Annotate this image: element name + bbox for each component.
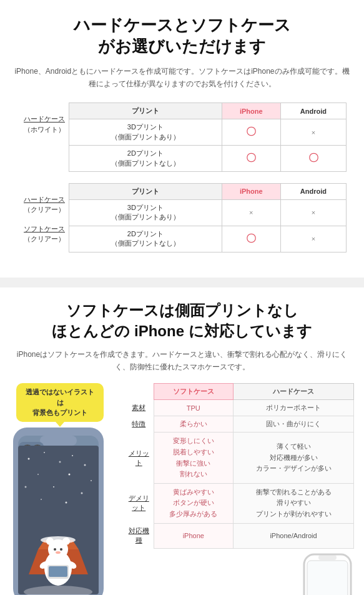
svg-point-28 [54, 548, 56, 551]
table2-row1-iphone: × [222, 199, 280, 226]
table-row: 3Dプリント（側面プリントあり） 〇 × [69, 119, 347, 146]
table2-row2-android: × [280, 226, 346, 252]
table1-row1-android: × [280, 119, 346, 146]
table1-col-android: Android [280, 103, 346, 119]
table2-row1-android: × [280, 199, 346, 226]
comparison-table-wrap: ソフトケース ハードケース 素材 TPU ポリカーボネート 特徴 柔らかい [125, 383, 354, 595]
svg-point-14 [69, 473, 71, 475]
speech-bubble-top-wrapper: 透過ではないイラストは 背景色もプリント [10, 383, 119, 422]
table2-wrapper: ハードケース （クリアー） ソフトケース （クリアー） プリント iPhone … [17, 183, 347, 252]
table-row: 2Dプリント（側面プリントなし） 〇 〇 [69, 146, 347, 172]
table2-side-labels: ハードケース （クリアー） ソフトケース （クリアー） [17, 183, 69, 244]
phone-body [10, 424, 119, 595]
empty-header-cell [125, 384, 154, 400]
svg-point-15 [91, 480, 92, 481]
svg-rect-2 [40, 436, 77, 446]
svg-point-10 [59, 461, 61, 462]
row-label-models: 対応機種 [125, 523, 154, 548]
svg-point-16 [25, 486, 27, 488]
svg-point-26 [46, 538, 54, 545]
svg-point-27 [62, 538, 70, 545]
table2-row1-print: 3Dプリント（側面プリントあり） [69, 199, 222, 226]
svg-point-29 [60, 548, 62, 551]
clear-phone-area [125, 551, 354, 595]
table2-row2-iphone: 〇 [222, 226, 280, 252]
cell-hard-feature: 固い・曲がりにく [234, 416, 354, 432]
col-hard: ハードケース [234, 384, 354, 400]
table1-col-print: プリント [69, 103, 222, 119]
svg-point-30 [56, 551, 61, 554]
main-subtitle: iPhone、Androidともにハードケースを作成可能です。ソフトケースはiP… [12, 65, 352, 91]
col-soft: ソフトケース [154, 384, 234, 400]
table1-row2-print: 2Dプリント（側面プリントなし） [69, 146, 222, 172]
cell-soft-merit: 変形しにくい脱着しやすい衝撃に強い割れない [154, 432, 234, 483]
table-row: 素材 TPU ポリカーボネート [125, 400, 354, 416]
bottom-content: 透過ではないイラストは 背景色もプリント [10, 383, 354, 595]
table1-row1-print: 3Dプリント（側面プリントあり） [69, 119, 222, 146]
svg-point-20 [66, 501, 67, 503]
svg-point-8 [28, 458, 30, 459]
bottom-subtitle: iPhoneはソフトケースを作成できます。ハードケースと違い、衝撃で割れる心配が… [10, 348, 354, 374]
cell-hard-demerit: 衝撃で割れることがある滑りやすいプリントが剥がれやすい [234, 483, 354, 523]
label-soft-clear: ソフトケース （クリアー） [17, 224, 65, 244]
section-divider [0, 278, 364, 288]
table1-row1-iphone: 〇 [222, 119, 280, 146]
table-row: メリット 変形しにくい脱着しやすい衝撃に強い割れない 薄くて軽い対応機種が多いカ… [125, 432, 354, 483]
bottom-section: ソフトケースは側面プリントなし ほとんどの iPhone に対応しています iP… [0, 288, 364, 596]
bottom-title: ソフトケースは側面プリントなし ほとんどの iPhone に対応しています [10, 300, 354, 342]
clear-phone-svg [301, 551, 354, 595]
cell-soft-feature: 柔らかい [154, 416, 234, 432]
table2-container: プリント iPhone Android 3Dプリント（側面プリントあり） × ×… [69, 183, 347, 252]
cell-soft-material: TPU [154, 400, 234, 416]
svg-point-13 [37, 474, 39, 475]
main-title: ハードケースとソフトケース がお選びいただけます [12, 15, 352, 58]
svg-point-18 [81, 492, 83, 494]
cell-hard-material: ポリカーボネート [234, 400, 354, 416]
table2-col-print: プリント [69, 183, 222, 199]
table1-row2-iphone: 〇 [222, 146, 280, 172]
svg-point-19 [41, 499, 42, 500]
table-row: 2Dプリント（側面プリントなし） 〇 × [69, 226, 347, 252]
svg-point-11 [72, 455, 73, 456]
phone-illustration-area: 透過ではないイラストは 背景色もプリント [10, 383, 119, 595]
row-label-material: 素材 [125, 400, 154, 416]
row-label-merit: メリット [125, 432, 154, 483]
cell-soft-models: iPhone [154, 523, 234, 548]
svg-point-12 [84, 464, 86, 466]
table2: プリント iPhone Android 3Dプリント（側面プリントあり） × ×… [69, 183, 347, 252]
table-row: デメリット 黄ばみやすいボタンが硬い多少厚みがある 衝撃で割れることがある滑りや… [125, 483, 354, 523]
cell-hard-models: iPhone/Android [234, 523, 354, 548]
table1-col-iphone: iPhone [222, 103, 280, 119]
svg-rect-38 [307, 561, 348, 595]
phone-svg [10, 424, 107, 595]
cell-soft-demerit: 黄ばみやすいボタンが硬い多少厚みがある [154, 483, 234, 523]
table-row: 特徴 柔らかい 固い・曲がりにく [125, 416, 354, 432]
row-label-feature: 特徴 [125, 416, 154, 432]
row-label-demerit: デメリット [125, 483, 154, 523]
table2-row2-print: 2Dプリント（側面プリントなし） [69, 226, 222, 252]
svg-point-17 [53, 486, 54, 488]
svg-point-9 [44, 452, 45, 453]
top-section: ハードケースとソフトケース がお選びいただけます iPhone、Androidと… [0, 0, 364, 271]
table2-col-iphone: iPhone [222, 183, 280, 199]
svg-rect-39 [318, 555, 337, 560]
spacer [17, 176, 347, 183]
cell-hard-merit: 薄くて軽い対応機種が多いカラー・デザインが多い [234, 432, 354, 483]
table1: プリント iPhone Android 3Dプリント（側面プリントあり） 〇 ×… [69, 102, 347, 172]
table-row: 対応機種 iPhone iPhone/Android [125, 523, 354, 548]
table1-row2-android: 〇 [280, 146, 346, 172]
table-section-1: ハードケース （ホワイト） プリント iPhone Android 3Dプリント… [12, 102, 352, 258]
speech-bubble-top: 透過ではないイラストは 背景色もプリント [16, 383, 104, 422]
table2-col-android: Android [280, 183, 346, 199]
comparison-table: ソフトケース ハードケース 素材 TPU ポリカーボネート 特徴 柔らかい [125, 383, 354, 548]
table-row: 3Dプリント（側面プリントあり） × × [69, 199, 347, 226]
table1-side-label: ハードケース （ホワイト） [17, 102, 69, 134]
label-hard-clear: ハードケース （クリアー） [17, 194, 65, 215]
svg-rect-34 [49, 566, 67, 577]
table1-container: プリント iPhone Android 3Dプリント（側面プリントあり） 〇 ×… [69, 102, 347, 172]
